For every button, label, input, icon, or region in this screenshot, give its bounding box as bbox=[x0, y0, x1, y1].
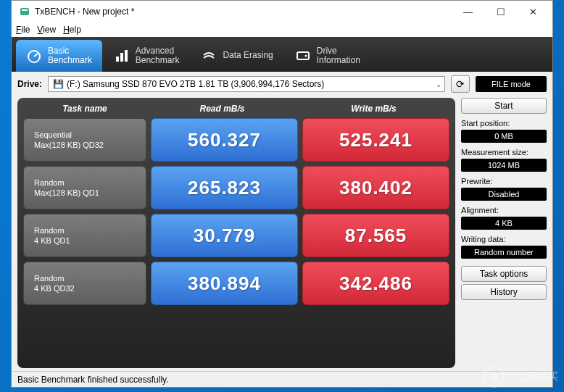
header-task: Task name bbox=[23, 104, 146, 114]
start-position-value[interactable]: 0 MB bbox=[461, 130, 547, 143]
close-button[interactable]: ✕ bbox=[517, 1, 550, 22]
drive-icon bbox=[295, 48, 311, 64]
tab-drive-information[interactable]: Drive Information bbox=[285, 40, 370, 72]
tab-label: Advanced Benchmark bbox=[136, 46, 180, 65]
menu-file[interactable]: File bbox=[16, 25, 30, 35]
file-mode-badge[interactable]: FILE mode bbox=[476, 76, 547, 92]
svg-rect-0 bbox=[20, 8, 29, 15]
write-value: 525.241 bbox=[302, 118, 449, 162]
task-name: SequentialMax(128 KB) QD32 bbox=[23, 118, 146, 162]
drive-select[interactable]: 💾 (F:) Samsung SSD 870 EVO 2TB 1.81 TB (… bbox=[48, 76, 445, 92]
prewrite-label: Prewrite: bbox=[461, 177, 547, 185]
write-value: 380.402 bbox=[302, 166, 449, 209]
svg-rect-6 bbox=[125, 50, 128, 62]
tab-data-erasing[interactable]: Data Erasing bbox=[191, 40, 283, 72]
read-value: 380.894 bbox=[151, 262, 298, 305]
erase-icon bbox=[201, 48, 217, 64]
benchmark-row: Random4 KB QD32 380.894 342.486 bbox=[23, 262, 449, 305]
bars-icon bbox=[114, 48, 130, 64]
prewrite-value[interactable]: Disabled bbox=[461, 188, 547, 201]
titlebar[interactable]: TxBENCH - New project * — ☐ ✕ bbox=[12, 1, 552, 22]
writing-data-label: Writing data: bbox=[461, 235, 547, 243]
svg-rect-7 bbox=[297, 52, 309, 59]
start-button[interactable]: Start bbox=[461, 98, 547, 114]
svg-rect-5 bbox=[120, 53, 123, 62]
main-content: Task name Read mB/s Write mB/s Sequentia… bbox=[12, 96, 552, 371]
benchmark-row: Random4 KB QD1 30.779 87.565 bbox=[23, 214, 449, 257]
history-button[interactable]: History bbox=[461, 284, 547, 300]
task-options-button[interactable]: Task options bbox=[461, 266, 547, 282]
disk-icon: 💾 bbox=[53, 79, 64, 89]
minimize-button[interactable]: — bbox=[452, 1, 484, 22]
drive-row: Drive: 💾 (F:) Samsung SSD 870 EVO 2TB 1.… bbox=[12, 72, 552, 96]
header-read: Read mB/s bbox=[146, 104, 298, 114]
sidebar: Start Start position: 0 MB Measurement s… bbox=[461, 98, 547, 368]
read-value: 30.779 bbox=[151, 214, 298, 257]
writing-data-value[interactable]: Random number bbox=[461, 246, 547, 259]
gauge-icon bbox=[26, 48, 42, 64]
benchmark-row: SequentialMax(128 KB) QD32 560.327 525.2… bbox=[23, 118, 449, 162]
read-value: 265.823 bbox=[151, 166, 298, 209]
maximize-button[interactable]: ☐ bbox=[484, 1, 517, 22]
measurement-size-value[interactable]: 1024 MB bbox=[461, 159, 547, 172]
refresh-button[interactable]: ⟳ bbox=[451, 75, 470, 93]
benchmark-row: RandomMax(128 KB) QD1 265.823 380.402 bbox=[23, 166, 449, 209]
chevron-down-icon: ⌄ bbox=[436, 80, 441, 88]
task-name: Random4 KB QD1 bbox=[23, 214, 146, 257]
start-position-label: Start position: bbox=[461, 119, 547, 128]
alignment-label: Alignment: bbox=[461, 206, 547, 214]
tab-label: Basic Benchmark bbox=[48, 46, 92, 65]
drive-value: (F:) Samsung SSD 870 EVO 2TB 1.81 TB (3,… bbox=[67, 79, 324, 89]
status-bar: Basic Benchmark finished successfully. bbox=[12, 371, 552, 387]
svg-rect-1 bbox=[22, 9, 28, 11]
window-title: TxBENCH - New project * bbox=[35, 7, 452, 17]
menu-view[interactable]: View bbox=[37, 25, 56, 35]
benchmark-panel: Task name Read mB/s Write mB/s Sequentia… bbox=[17, 98, 455, 368]
read-value: 560.327 bbox=[151, 118, 298, 162]
task-name: Random4 KB QD32 bbox=[23, 262, 146, 305]
alignment-value[interactable]: 4 KB bbox=[461, 217, 547, 230]
write-value: 342.486 bbox=[302, 262, 449, 305]
tab-label: Data Erasing bbox=[223, 51, 273, 60]
refresh-icon: ⟳ bbox=[456, 78, 465, 90]
header-write: Write mB/s bbox=[298, 104, 449, 114]
app-window: TxBENCH - New project * — ☐ ✕ File View … bbox=[11, 0, 553, 388]
tabbar: Basic Benchmark Advanced Benchmark Data … bbox=[12, 37, 552, 72]
menubar: File View Help bbox=[12, 22, 552, 37]
write-value: 87.565 bbox=[302, 214, 449, 257]
task-name: RandomMax(128 KB) QD1 bbox=[23, 166, 146, 209]
benchmark-header: Task name Read mB/s Write mB/s bbox=[23, 104, 449, 114]
app-icon bbox=[19, 6, 30, 17]
svg-point-8 bbox=[304, 55, 307, 57]
tab-label: Drive Information bbox=[317, 46, 360, 65]
menu-help[interactable]: Help bbox=[63, 25, 81, 35]
tab-basic-benchmark[interactable]: Basic Benchmark bbox=[16, 40, 102, 72]
tab-advanced-benchmark[interactable]: Advanced Benchmark bbox=[104, 40, 190, 72]
status-text: Basic Benchmark finished successfully. bbox=[17, 375, 169, 385]
svg-line-3 bbox=[34, 54, 38, 57]
svg-rect-4 bbox=[116, 57, 119, 62]
measurement-size-label: Measurement size: bbox=[461, 148, 547, 157]
drive-label: Drive: bbox=[17, 79, 42, 89]
